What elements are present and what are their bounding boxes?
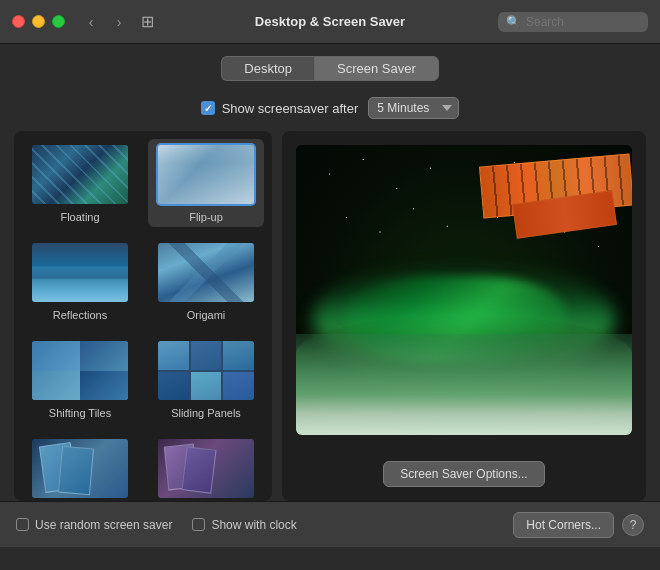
close-button[interactable] bbox=[12, 15, 25, 28]
search-icon: 🔍 bbox=[506, 15, 521, 29]
tab-desktop[interactable]: Desktop bbox=[221, 56, 314, 81]
saver-item-flipup[interactable]: Flip-up bbox=[148, 139, 264, 227]
screensaver-label: Show screensaver after bbox=[222, 101, 359, 116]
saver-grid: Floating Flip-up Reflections bbox=[22, 139, 264, 501]
nav-buttons: ‹ › bbox=[79, 12, 131, 32]
screen-saver-options-button[interactable]: Screen Saver Options... bbox=[383, 461, 544, 487]
tab-screen-saver[interactable]: Screen Saver bbox=[314, 56, 439, 81]
screensaver-checkbox-label[interactable]: Show screensaver after bbox=[201, 101, 359, 116]
grid-icon[interactable]: ⊞ bbox=[141, 12, 154, 31]
saver-list[interactable]: Floating Flip-up Reflections bbox=[14, 131, 272, 501]
show-with-clock-text: Show with clock bbox=[211, 518, 296, 532]
preview-image bbox=[296, 145, 632, 435]
screensaver-options-row: Show screensaver after 5 Minutes 1 Minut… bbox=[0, 91, 660, 131]
saver-thumb-sliding-panels bbox=[156, 339, 256, 402]
hot-corners-button[interactable]: Hot Corners... bbox=[513, 512, 614, 538]
saver-name-reflections: Reflections bbox=[53, 309, 107, 321]
saver-thumb-floating bbox=[30, 143, 130, 206]
search-input[interactable] bbox=[526, 15, 646, 29]
show-with-clock-label[interactable]: Show with clock bbox=[192, 518, 296, 532]
tabs-bar: Desktop Screen Saver bbox=[0, 44, 660, 91]
saver-name-shifting-tiles: Shifting Tiles bbox=[49, 407, 111, 419]
main-content: Floating Flip-up Reflections bbox=[0, 131, 660, 501]
saver-thumb-photo-mobile bbox=[30, 437, 130, 500]
show-with-clock-checkbox[interactable] bbox=[192, 518, 205, 531]
bottom-bar: Use random screen saver Show with clock … bbox=[0, 501, 660, 547]
help-button[interactable]: ? bbox=[622, 514, 644, 536]
saver-item-photo-mobile[interactable]: Photo Mobile bbox=[22, 433, 138, 501]
screensaver-checkbox[interactable] bbox=[201, 101, 215, 115]
traffic-lights bbox=[12, 15, 65, 28]
forward-button[interactable]: › bbox=[107, 12, 131, 32]
saver-name-floating: Floating bbox=[60, 211, 99, 223]
saver-thumb-holiday-mobile bbox=[156, 437, 256, 500]
back-button[interactable]: ‹ bbox=[79, 12, 103, 32]
saver-thumb-origami bbox=[156, 241, 256, 304]
minimize-button[interactable] bbox=[32, 15, 45, 28]
saver-thumb-shifting-tiles bbox=[30, 339, 130, 402]
preview-panel: Screen Saver Options... bbox=[282, 131, 646, 501]
titlebar: ‹ › ⊞ Desktop & Screen Saver 🔍 bbox=[0, 0, 660, 44]
saver-item-holiday-mobile[interactable]: Holiday Mobile bbox=[148, 433, 264, 501]
search-box[interactable]: 🔍 bbox=[498, 12, 648, 32]
saver-name-sliding-panels: Sliding Panels bbox=[171, 407, 241, 419]
saver-name-origami: Origami bbox=[187, 309, 226, 321]
saver-name-flipup: Flip-up bbox=[189, 211, 223, 223]
saver-thumb-flipup bbox=[156, 143, 256, 206]
bottom-right: Hot Corners... ? bbox=[513, 512, 644, 538]
random-screensaver-text: Use random screen saver bbox=[35, 518, 172, 532]
random-screensaver-checkbox[interactable] bbox=[16, 518, 29, 531]
saver-item-origami[interactable]: Origami bbox=[148, 237, 264, 325]
saver-item-sliding-panels[interactable]: Sliding Panels bbox=[148, 335, 264, 423]
saver-item-reflections[interactable]: Reflections bbox=[22, 237, 138, 325]
maximize-button[interactable] bbox=[52, 15, 65, 28]
saver-thumb-reflections bbox=[30, 241, 130, 304]
screensaver-time-dropdown[interactable]: 5 Minutes 1 Minute 2 Minutes 10 Minutes … bbox=[368, 97, 459, 119]
saver-item-shifting-tiles[interactable]: Shifting Tiles bbox=[22, 335, 138, 423]
random-screensaver-label[interactable]: Use random screen saver bbox=[16, 518, 172, 532]
saver-item-floating[interactable]: Floating bbox=[22, 139, 138, 227]
bottom-left: Use random screen saver Show with clock bbox=[16, 518, 513, 532]
